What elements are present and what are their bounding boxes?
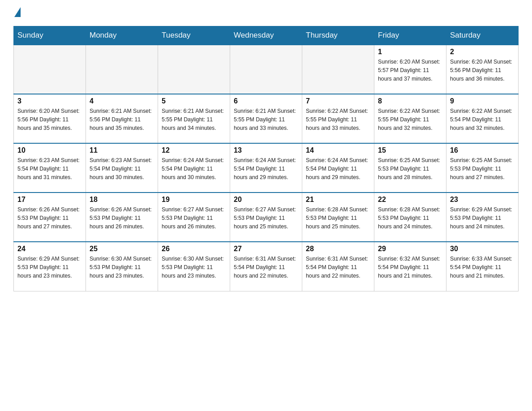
calendar-cell: 4Sunrise: 6:21 AM Sunset: 5:56 PM Daylig… — [86, 94, 158, 143]
day-number: 3 — [17, 97, 82, 105]
calendar-cell: 5Sunrise: 6:21 AM Sunset: 5:55 PM Daylig… — [158, 94, 230, 143]
day-info: Sunrise: 6:32 AM Sunset: 5:54 PM Dayligh… — [378, 255, 442, 280]
day-info: Sunrise: 6:20 AM Sunset: 5:56 PM Dayligh… — [17, 107, 82, 133]
calendar-cell — [302, 45, 374, 94]
day-number: 5 — [162, 97, 226, 105]
column-header-wednesday: Wednesday — [230, 26, 302, 45]
day-info: Sunrise: 6:24 AM Sunset: 5:54 PM Dayligh… — [162, 156, 226, 182]
calendar-cell: 28Sunrise: 6:31 AM Sunset: 5:54 PM Dayli… — [302, 242, 374, 291]
day-info: Sunrise: 6:29 AM Sunset: 5:53 PM Dayligh… — [450, 206, 515, 231]
column-header-monday: Monday — [86, 26, 158, 45]
calendar-cell: 9Sunrise: 6:22 AM Sunset: 5:54 PM Daylig… — [446, 94, 519, 143]
calendar-cell: 14Sunrise: 6:24 AM Sunset: 5:54 PM Dayli… — [302, 143, 374, 193]
day-number: 17 — [17, 196, 82, 204]
calendar-cell: 6Sunrise: 6:21 AM Sunset: 5:55 PM Daylig… — [230, 94, 302, 143]
day-number: 21 — [306, 196, 370, 204]
calendar-week-row: 3Sunrise: 6:20 AM Sunset: 5:56 PM Daylig… — [14, 94, 519, 143]
day-number: 12 — [162, 146, 226, 154]
day-number: 2 — [450, 48, 515, 56]
calendar-cell: 17Sunrise: 6:26 AM Sunset: 5:53 PM Dayli… — [14, 193, 86, 242]
calendar-header-row: SundayMondayTuesdayWednesdayThursdayFrid… — [14, 26, 519, 45]
day-info: Sunrise: 6:24 AM Sunset: 5:54 PM Dayligh… — [306, 156, 370, 182]
calendar-cell — [230, 45, 302, 94]
calendar-cell — [14, 45, 86, 94]
logo-triangle-icon — [14, 7, 21, 17]
day-number: 11 — [90, 146, 154, 154]
calendar-cell: 30Sunrise: 6:33 AM Sunset: 5:54 PM Dayli… — [446, 242, 519, 291]
day-info: Sunrise: 6:31 AM Sunset: 5:54 PM Dayligh… — [234, 255, 298, 280]
column-header-friday: Friday — [374, 26, 446, 45]
day-info: Sunrise: 6:21 AM Sunset: 5:55 PM Dayligh… — [234, 107, 298, 133]
day-info: Sunrise: 6:23 AM Sunset: 5:54 PM Dayligh… — [17, 156, 82, 182]
calendar-cell: 18Sunrise: 6:26 AM Sunset: 5:53 PM Dayli… — [86, 193, 158, 242]
calendar-cell: 12Sunrise: 6:24 AM Sunset: 5:54 PM Dayli… — [158, 143, 230, 193]
day-number: 26 — [162, 245, 226, 253]
calendar-week-row: 10Sunrise: 6:23 AM Sunset: 5:54 PM Dayli… — [14, 143, 519, 193]
day-number: 15 — [378, 146, 442, 154]
day-info: Sunrise: 6:20 AM Sunset: 5:57 PM Dayligh… — [378, 58, 442, 83]
day-info: Sunrise: 6:27 AM Sunset: 5:53 PM Dayligh… — [162, 206, 226, 231]
day-info: Sunrise: 6:27 AM Sunset: 5:53 PM Dayligh… — [234, 206, 298, 231]
page-header — [13, 9, 519, 17]
day-info: Sunrise: 6:30 AM Sunset: 5:53 PM Dayligh… — [162, 255, 226, 280]
calendar-cell: 29Sunrise: 6:32 AM Sunset: 5:54 PM Dayli… — [374, 242, 446, 291]
day-info: Sunrise: 6:21 AM Sunset: 5:55 PM Dayligh… — [162, 107, 226, 133]
day-number: 28 — [306, 245, 370, 253]
day-number: 30 — [450, 245, 515, 253]
calendar-cell: 8Sunrise: 6:22 AM Sunset: 5:55 PM Daylig… — [374, 94, 446, 143]
day-number: 19 — [162, 196, 226, 204]
day-number: 4 — [90, 97, 154, 105]
calendar-cell: 13Sunrise: 6:24 AM Sunset: 5:54 PM Dayli… — [230, 143, 302, 193]
calendar-cell: 24Sunrise: 6:29 AM Sunset: 5:53 PM Dayli… — [14, 242, 86, 291]
day-number: 20 — [234, 196, 298, 204]
day-info: Sunrise: 6:22 AM Sunset: 5:55 PM Dayligh… — [306, 107, 370, 133]
calendar-cell: 1Sunrise: 6:20 AM Sunset: 5:57 PM Daylig… — [374, 45, 446, 94]
column-header-thursday: Thursday — [302, 26, 374, 45]
calendar-cell: 15Sunrise: 6:25 AM Sunset: 5:53 PM Dayli… — [374, 143, 446, 193]
day-info: Sunrise: 6:28 AM Sunset: 5:53 PM Dayligh… — [306, 206, 370, 231]
day-info: Sunrise: 6:24 AM Sunset: 5:54 PM Dayligh… — [234, 156, 298, 182]
day-number: 27 — [234, 245, 298, 253]
day-info: Sunrise: 6:25 AM Sunset: 5:53 PM Dayligh… — [450, 156, 515, 182]
day-info: Sunrise: 6:20 AM Sunset: 5:56 PM Dayligh… — [450, 58, 515, 83]
day-number: 24 — [17, 245, 82, 253]
day-number: 22 — [378, 196, 442, 204]
calendar-table: SundayMondayTuesdayWednesdayThursdayFrid… — [13, 26, 519, 291]
day-info: Sunrise: 6:22 AM Sunset: 5:55 PM Dayligh… — [378, 107, 442, 133]
logo — [13, 9, 21, 17]
calendar-cell: 22Sunrise: 6:28 AM Sunset: 5:53 PM Dayli… — [374, 193, 446, 242]
day-info: Sunrise: 6:29 AM Sunset: 5:53 PM Dayligh… — [17, 255, 82, 280]
day-info: Sunrise: 6:26 AM Sunset: 5:53 PM Dayligh… — [17, 206, 82, 231]
calendar-cell: 23Sunrise: 6:29 AM Sunset: 5:53 PM Dayli… — [446, 193, 519, 242]
calendar-cell: 7Sunrise: 6:22 AM Sunset: 5:55 PM Daylig… — [302, 94, 374, 143]
day-number: 9 — [450, 97, 515, 105]
day-info: Sunrise: 6:22 AM Sunset: 5:54 PM Dayligh… — [450, 107, 515, 133]
calendar-cell: 10Sunrise: 6:23 AM Sunset: 5:54 PM Dayli… — [14, 143, 86, 193]
calendar-cell: 25Sunrise: 6:30 AM Sunset: 5:53 PM Dayli… — [86, 242, 158, 291]
day-number: 8 — [378, 97, 442, 105]
day-info: Sunrise: 6:23 AM Sunset: 5:54 PM Dayligh… — [90, 156, 154, 182]
calendar-cell: 26Sunrise: 6:30 AM Sunset: 5:53 PM Dayli… — [158, 242, 230, 291]
day-info: Sunrise: 6:30 AM Sunset: 5:53 PM Dayligh… — [90, 255, 154, 280]
day-info: Sunrise: 6:21 AM Sunset: 5:56 PM Dayligh… — [90, 107, 154, 133]
calendar-week-row: 24Sunrise: 6:29 AM Sunset: 5:53 PM Dayli… — [14, 242, 519, 291]
day-number: 16 — [450, 146, 515, 154]
calendar-cell — [86, 45, 158, 94]
day-number: 25 — [90, 245, 154, 253]
day-info: Sunrise: 6:28 AM Sunset: 5:53 PM Dayligh… — [378, 206, 442, 231]
day-info: Sunrise: 6:31 AM Sunset: 5:54 PM Dayligh… — [306, 255, 370, 280]
calendar-cell: 20Sunrise: 6:27 AM Sunset: 5:53 PM Dayli… — [230, 193, 302, 242]
column-header-saturday: Saturday — [446, 26, 519, 45]
day-number: 18 — [90, 196, 154, 204]
calendar-cell: 19Sunrise: 6:27 AM Sunset: 5:53 PM Dayli… — [158, 193, 230, 242]
calendar-cell: 21Sunrise: 6:28 AM Sunset: 5:53 PM Dayli… — [302, 193, 374, 242]
day-number: 6 — [234, 97, 298, 105]
calendar-week-row: 17Sunrise: 6:26 AM Sunset: 5:53 PM Dayli… — [14, 193, 519, 242]
day-number: 7 — [306, 97, 370, 105]
column-header-sunday: Sunday — [14, 26, 86, 45]
day-info: Sunrise: 6:33 AM Sunset: 5:54 PM Dayligh… — [450, 255, 515, 280]
calendar-cell: 27Sunrise: 6:31 AM Sunset: 5:54 PM Dayli… — [230, 242, 302, 291]
day-number: 29 — [378, 245, 442, 253]
day-number: 23 — [450, 196, 515, 204]
calendar-cell: 3Sunrise: 6:20 AM Sunset: 5:56 PM Daylig… — [14, 94, 86, 143]
